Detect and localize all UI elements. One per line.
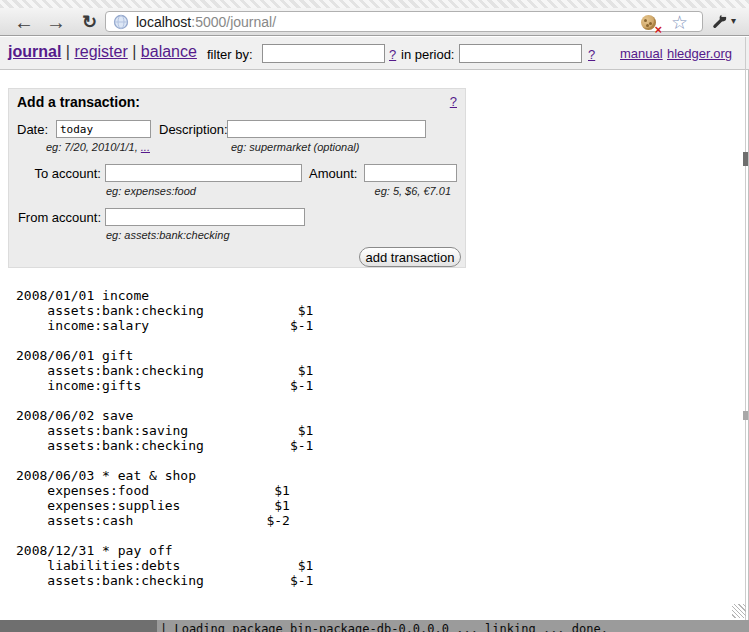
from-account-hint: eg: assets:bank:checking [106,229,230,241]
amount-hint: eg: 5, $6, €7.01 [375,185,451,197]
date-hint-link[interactable]: ... [141,141,150,153]
journal-listing: 2008/01/01 income assets:bank:checking $… [16,288,313,588]
resize-grip-icon[interactable] [732,604,746,618]
reload-icon[interactable]: ↻ [82,9,97,35]
filter-help-link[interactable]: ? [389,47,396,62]
filter-input[interactable] [262,44,385,63]
form-help-link[interactable]: ? [450,94,457,109]
description-input[interactable] [227,120,426,138]
cookie-blocked-icon[interactable]: × [641,15,656,30]
add-transaction-button[interactable]: add transaction [359,247,461,267]
form-title: Add a transaction: [17,94,140,110]
wrench-menu-icon[interactable] [711,13,728,34]
site-navbar: journal | register | balance filter by: … [0,37,749,70]
window-top-stripes [0,0,749,8]
in-period-label: in period: [401,47,454,62]
amount-label: Amount: [309,166,357,181]
desktop-segment [0,620,157,632]
date-label: Date: [17,122,48,137]
nav-link-register[interactable]: register [74,43,127,60]
cookie-blocked-x: × [654,23,662,36]
scrollbar-thumb[interactable] [743,152,748,166]
url-host: localhost [136,14,191,30]
manual-link[interactable]: manual [620,46,663,61]
period-help-link[interactable]: ? [588,47,595,62]
forward-icon[interactable]: → [46,9,66,35]
url-text: localhost:5000/journal/ [136,14,276,30]
hledger-page: journal | register | balance filter by: … [0,37,749,620]
to-account-hint: eg: expenses:food [106,185,196,197]
date-hint: eg: 7/20, 2010/1/1, ... [46,141,150,153]
background-terminal-strip: | Loading package bin-package-db-0.0.0.0… [0,620,749,632]
filter-by-label: filter by: [207,47,253,62]
terminal-output-text: | Loading package bin-package-db-0.0.0.0… [160,622,608,632]
description-label: Description: [159,122,228,137]
period-input[interactable] [459,44,582,63]
browser-toolbar: ← → ↻ localhost:5000/journal/ × ☆ [0,8,749,36]
globe-icon [113,14,129,34]
wrench-caret-icon[interactable]: ▾ [731,15,736,26]
hledger-org-link[interactable]: hledger.org [667,46,732,61]
bookmark-star-icon[interactable]: ☆ [671,12,688,33]
from-account-label: From account: [9,210,101,225]
add-transaction-form: Add a transaction: ? Date: Description: … [8,88,466,268]
amount-input[interactable] [364,164,457,182]
to-account-label: To account: [9,166,101,181]
from-account-input[interactable] [105,208,305,226]
browser-window: ← → ↻ localhost:5000/journal/ × ☆ [0,0,749,632]
scrollbar-track [745,37,746,620]
date-input[interactable] [56,120,151,138]
nav-link-balance[interactable]: balance [141,43,197,60]
nav-link-journal[interactable]: journal [8,43,61,60]
nav-separator: | [66,43,70,60]
nav-links: journal | register | balance [8,43,197,61]
back-icon[interactable]: ← [14,9,34,35]
address-bar[interactable]: localhost:5000/journal/ × ☆ [105,11,703,32]
description-hint: eg: supermarket (optional) [231,141,359,153]
url-path: :5000/journal/ [191,14,276,30]
nav-separator: | [132,43,136,60]
to-account-input[interactable] [105,164,302,182]
scrollbar-mark [743,411,748,420]
